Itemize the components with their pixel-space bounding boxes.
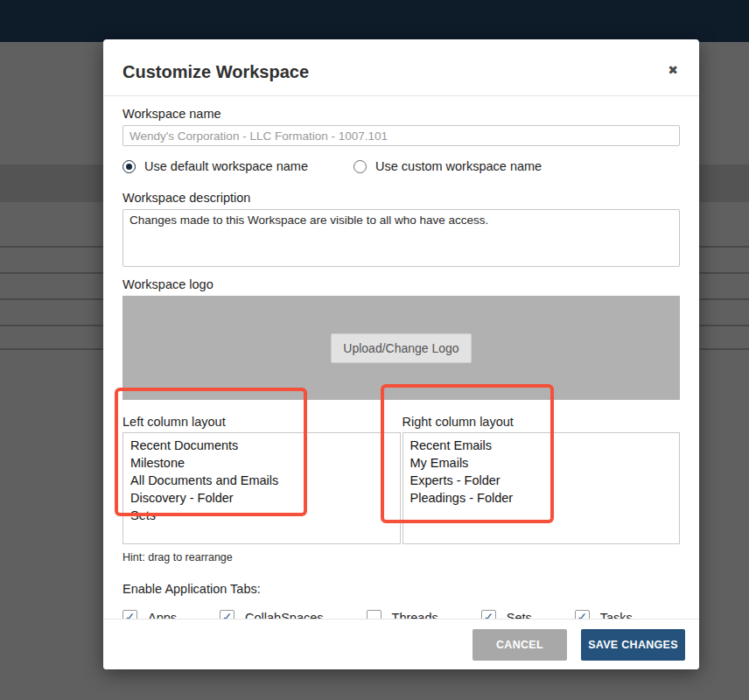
- top-navbar: [0, 0, 749, 42]
- list-item[interactable]: Experts - Folder: [410, 472, 673, 489]
- workspace-name-label: Workspace name: [122, 107, 680, 121]
- workspace-description-section: Workspace description Changes made to th…: [122, 191, 680, 270]
- name-mode-options: Use default workspace name Use custom wo…: [122, 159, 680, 173]
- right-column-label: Right column layout: [402, 415, 681, 429]
- modal-footer: CANCEL SAVE CHANGES: [103, 619, 699, 669]
- cancel-button[interactable]: CANCEL: [472, 629, 567, 661]
- right-column-layout: Right column layout Recent Emails My Ema…: [402, 415, 681, 544]
- default-name-radio[interactable]: [122, 160, 136, 173]
- modal-header: Customize Workspace ✖: [103, 39, 699, 96]
- list-item[interactable]: Discovery - Folder: [130, 489, 393, 507]
- workspace-logo-section: Workspace logo Upload/Change Logo: [122, 277, 680, 400]
- close-icon[interactable]: ✖: [668, 63, 678, 77]
- drag-hint-text: Hint: drag to rearrange: [122, 551, 680, 564]
- list-item[interactable]: Milestone: [130, 454, 393, 472]
- radio-group-default-name: Use default workspace name: [122, 159, 308, 173]
- default-name-radio-label: Use default workspace name: [144, 159, 308, 173]
- workspace-name-input[interactable]: [122, 125, 680, 146]
- list-item[interactable]: My Emails: [410, 454, 673, 472]
- workspace-description-label: Workspace description: [122, 191, 680, 205]
- modal-title: Customize Workspace: [122, 62, 678, 82]
- list-item[interactable]: Pleadings - Folder: [410, 489, 673, 507]
- upload-change-logo-button[interactable]: Upload/Change Logo: [331, 333, 471, 363]
- radio-group-custom-name: Use custom workspace name: [354, 159, 542, 173]
- list-item[interactable]: Recent Documents: [130, 437, 393, 454]
- customize-workspace-modal: Customize Workspace ✖ Workspace name Use…: [103, 39, 699, 669]
- list-item[interactable]: Sets: [130, 507, 393, 524]
- workspace-logo-label: Workspace logo: [122, 277, 680, 291]
- list-item[interactable]: Recent Emails: [410, 437, 673, 454]
- column-layout-section: Left column layout Recent Documents Mile…: [122, 415, 680, 544]
- custom-name-radio[interactable]: [354, 160, 367, 173]
- left-column-listbox[interactable]: Recent Documents Milestone All Documents…: [122, 432, 401, 544]
- list-item[interactable]: All Documents and Emails: [130, 472, 393, 489]
- custom-name-radio-label: Use custom workspace name: [375, 159, 542, 173]
- left-column-label: Left column layout: [122, 415, 401, 429]
- right-column-listbox[interactable]: Recent Emails My Emails Experts - Folder…: [402, 432, 681, 544]
- application-tabs-label: Enable Application Tabs:: [122, 582, 680, 596]
- modal-body: Workspace name Use default workspace nam…: [103, 96, 699, 625]
- left-column-layout: Left column layout Recent Documents Mile…: [122, 415, 401, 544]
- workspace-logo-area: Upload/Change Logo: [122, 296, 680, 400]
- workspace-description-textarea[interactable]: Changes made to this Workspace are visib…: [122, 209, 680, 267]
- save-changes-button[interactable]: SAVE CHANGES: [581, 629, 685, 661]
